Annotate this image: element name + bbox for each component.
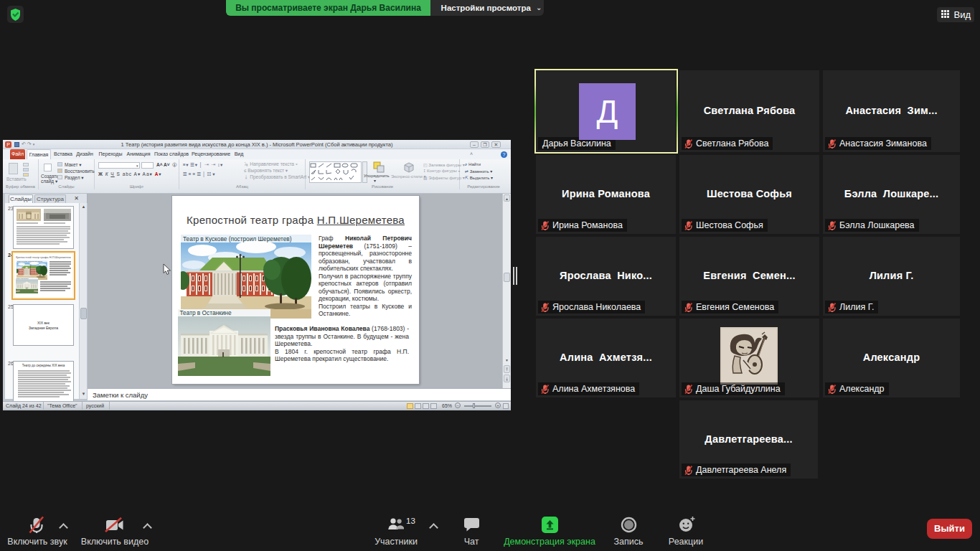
svg-text:Театр в Останкине: Театр в Останкине bbox=[180, 309, 232, 316]
svg-text:Театр в Кускове (построил Шере: Театр в Кускове (построил Шереметев) bbox=[183, 235, 292, 242]
